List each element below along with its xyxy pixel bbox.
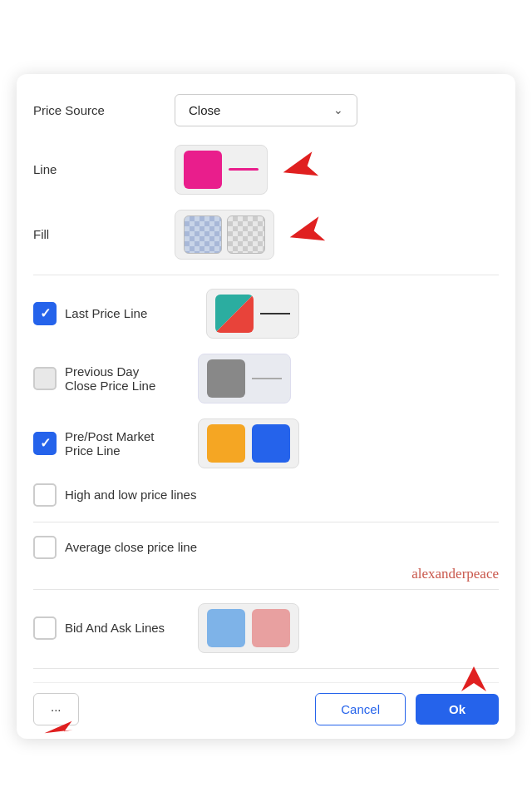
ok-button-wrap: Ok xyxy=(416,694,499,725)
price-source-label: Price Source xyxy=(33,103,166,117)
line-swatch-group xyxy=(175,145,268,195)
chevron-down-icon: ⌄ xyxy=(333,103,343,116)
red-arrow-icon xyxy=(274,151,324,185)
pre-post-label-line1: Pre/Post Market xyxy=(65,429,190,443)
fill-label: Fill xyxy=(33,227,166,241)
pre-post-price-line-checkbox[interactable] xyxy=(33,432,57,455)
high-low-price-lines-row: High and low price lines xyxy=(33,483,499,507)
bid-ask-lines-label: Bid And Ask Lines xyxy=(65,621,190,635)
pre-post-price-line-row: Pre/Post Market Price Line xyxy=(33,418,499,468)
last-price-line-swatch-group xyxy=(206,289,299,339)
avg-close-price-line-checkbox[interactable] xyxy=(33,536,57,559)
high-low-price-lines-checkbox[interactable] xyxy=(33,483,57,507)
svg-marker-0 xyxy=(280,151,318,184)
high-low-price-lines-label: High and low price lines xyxy=(65,488,196,502)
footer-buttons: Cancel Ok xyxy=(315,693,499,725)
prev-close-price-line-checkbox[interactable] xyxy=(33,367,57,390)
last-price-line-label: Last Price Line xyxy=(65,306,198,320)
price-source-value: Close xyxy=(189,103,220,117)
settings-dialog: Price Source Close ⌄ Line Fill xyxy=(17,74,515,739)
pre-post-swatch-group xyxy=(198,418,299,468)
dialog-footer: ··· Cancel Ok xyxy=(33,682,499,725)
red-arrow-more-icon xyxy=(42,712,75,737)
prev-close-price-line-label-wrap: Previous Day Close Price Line xyxy=(65,364,190,393)
line-style-indicator[interactable] xyxy=(229,168,259,171)
last-price-split-icon xyxy=(215,295,254,333)
svg-marker-1 xyxy=(287,216,325,249)
cancel-button[interactable]: Cancel xyxy=(315,693,406,725)
line-color-swatch[interactable] xyxy=(184,151,222,189)
pre-post-color-swatch-orange[interactable] xyxy=(207,424,245,463)
red-arrow-fill-icon xyxy=(281,216,331,250)
line-row: Line xyxy=(33,145,499,195)
last-price-line-row: Last Price Line xyxy=(33,289,499,339)
prev-close-line-style[interactable] xyxy=(252,378,282,379)
watermark-spacer: alexanderpeace xyxy=(33,574,499,582)
more-button-wrap: ··· xyxy=(33,693,79,725)
last-price-line-color-swatch[interactable] xyxy=(215,295,254,333)
divider-1 xyxy=(33,275,499,275)
ask-color-swatch[interactable] xyxy=(252,609,290,647)
pre-post-color-swatch-blue[interactable] xyxy=(252,424,290,463)
fill-controls xyxy=(175,210,499,260)
avg-close-price-line-row: Average close price line xyxy=(33,536,499,559)
fill-swatch-gray[interactable] xyxy=(227,215,265,254)
divider-4 xyxy=(33,668,499,669)
fill-swatch-group xyxy=(175,210,274,260)
prev-close-label-line2: Close Price Line xyxy=(65,379,190,393)
divider-3 xyxy=(33,589,499,590)
bid-ask-lines-checkbox[interactable] xyxy=(33,616,57,640)
divider-2 xyxy=(33,522,499,522)
fill-arrow-annotation xyxy=(281,216,331,253)
pre-post-label-line2: Price Line xyxy=(65,443,190,458)
prev-close-price-line-row: Previous Day Close Price Line xyxy=(33,354,499,404)
bid-ask-swatch-group xyxy=(198,603,299,653)
line-label: Line xyxy=(33,162,166,176)
avg-close-price-line-label: Average close price line xyxy=(65,540,197,554)
svg-marker-4 xyxy=(44,716,74,736)
price-source-row: Price Source Close ⌄ xyxy=(33,94,499,126)
pre-post-price-line-label-wrap: Pre/Post Market Price Line xyxy=(65,429,190,458)
ok-arrow-annotation xyxy=(457,662,490,699)
line-controls xyxy=(175,145,499,195)
line-arrow-annotation xyxy=(274,151,324,188)
more-arrow-annotation xyxy=(42,712,75,740)
fill-swatch-blue[interactable] xyxy=(184,215,222,254)
last-price-line-checkbox[interactable] xyxy=(33,302,57,325)
last-price-line-style[interactable] xyxy=(260,313,290,314)
bid-ask-lines-row: Bid And Ask Lines xyxy=(33,603,499,653)
bid-color-swatch[interactable] xyxy=(207,609,245,647)
red-arrow-ok-icon xyxy=(457,662,490,696)
prev-close-label-line1: Previous Day xyxy=(65,364,190,379)
svg-marker-5 xyxy=(461,666,486,691)
fill-row: Fill xyxy=(33,210,499,260)
prev-close-color-swatch[interactable] xyxy=(207,359,245,398)
price-source-dropdown[interactable]: Close ⌄ xyxy=(175,94,357,126)
prev-close-swatch-group xyxy=(198,354,291,404)
